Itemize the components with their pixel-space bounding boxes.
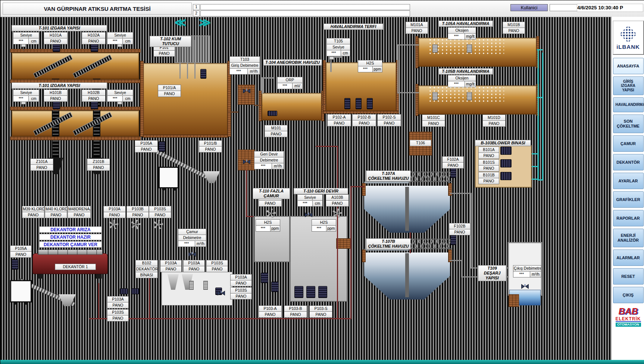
panel-label: P102-A xyxy=(327,114,351,120)
panel-oksijen-a[interactable]: Oksijen***mg/lt xyxy=(448,27,476,40)
pipe xyxy=(321,104,326,105)
title-t109: T109 DEŞARJ YAPISI xyxy=(478,265,506,281)
panel-b102[interactable]: B102DEKANTÖRBİNASI xyxy=(135,260,158,278)
panel-t106[interactable]: T106 xyxy=(410,140,431,146)
panel-p103s-4[interactable]: P103SPANO xyxy=(107,309,129,321)
header-input-1[interactable] xyxy=(200,4,410,10)
panel-seviye-1[interactable]: Seviye***cm xyxy=(13,32,39,44)
nav-dekantör[interactable]: DEKANTÖR xyxy=(613,154,644,170)
panel-label: B101B xyxy=(478,172,499,178)
panel-m48-drenaj[interactable]: M48DRENAJPANO xyxy=(68,206,91,218)
panel-p103a-1[interactable]: P103APANO xyxy=(103,206,126,218)
mixer-icon xyxy=(432,44,438,53)
panel-seviye-4[interactable]: Seviye***cm xyxy=(107,90,133,102)
nav-gi̇ri̇ş-izgara-yapisi[interactable]: GİRİŞ IZGARA YAPISI xyxy=(613,76,644,95)
panel-p103a-2[interactable]: P103APANO xyxy=(160,260,182,272)
bab-logo: BAB ELEKTRİK OTOMASYON xyxy=(616,307,641,327)
nav-grafi̇kler[interactable]: GRAFİKLER xyxy=(613,191,644,208)
panel-p105a-1[interactable]: P105APANO xyxy=(135,140,158,153)
panel-b101b[interactable]: B101BPANO xyxy=(478,172,499,184)
panel-label: P103A xyxy=(183,260,205,266)
panel-p103a-5[interactable]: P103APANO xyxy=(107,296,129,308)
nav-raporlar[interactable]: RAPORLAR xyxy=(613,210,644,226)
panel-t105[interactable]: T105Seviye***cm xyxy=(326,38,350,56)
nav-alarmlar[interactable]: ALARMLAR xyxy=(613,250,644,266)
valve-icon xyxy=(188,252,196,257)
panel-f102a[interactable]: F102APANO xyxy=(442,156,464,169)
panel-h2s-3[interactable]: H2S***ppm xyxy=(312,219,336,232)
panel-label: P105A xyxy=(10,245,32,252)
panel-p103s-3[interactable]: P103SPANO xyxy=(230,287,252,299)
panel-m101c[interactable]: M101CPANO xyxy=(422,114,445,127)
panel-p103-a[interactable]: P103-APANO xyxy=(259,305,282,318)
brick-wall xyxy=(140,61,144,137)
panel-seviye-2[interactable]: Seviye***cm xyxy=(107,32,133,44)
header-input-2[interactable] xyxy=(200,10,410,16)
pipe xyxy=(532,179,538,180)
panel-unit: mg/lt xyxy=(465,81,476,87)
panel-label: Seviye xyxy=(13,32,39,38)
panel-m101a[interactable]: M101APANO xyxy=(406,22,428,34)
panel-p105a-2[interactable]: P105APANO xyxy=(10,245,32,258)
motor-icon xyxy=(159,141,165,152)
panel-p103s-1[interactable]: P103SPANO xyxy=(149,206,171,218)
panel-p103-b[interactable]: P103-BPANO xyxy=(284,305,307,318)
pipe xyxy=(397,92,419,93)
panel-label: P103A xyxy=(103,206,126,212)
panel-p101a[interactable]: P101/APANO xyxy=(158,85,181,97)
brick-wall xyxy=(238,85,255,105)
nav-havalandirma[interactable]: HAVALANDIRMA xyxy=(613,97,644,112)
panel-camur-debimetre[interactable]: ÇamurDebimetre***m³/h xyxy=(178,229,206,247)
panel-m101d[interactable]: M101DPANO xyxy=(482,114,506,127)
panel-label: PANO xyxy=(158,91,181,97)
panel-oksijen-b[interactable]: Oksijen***mg/lt xyxy=(448,75,476,87)
panel-h102a[interactable]: H102APANO xyxy=(82,32,106,44)
panel-h2s-2[interactable]: H2S***ppm xyxy=(256,219,280,232)
panel-dekantor-1[interactable]: DEKANTÖR 1 xyxy=(55,264,96,270)
nav-son-çökeltme[interactable]: SON ÇÖKELTME xyxy=(613,114,644,133)
panel-cikis-debimetre[interactable]: Çıkış Debimetre***m³/h xyxy=(513,265,541,277)
brick-wall xyxy=(336,238,350,249)
nav-enerji̇-anali̇zör[interactable]: ENERJİ ANALİZÖR xyxy=(613,229,644,247)
panel-b101a[interactable]: B101APANO xyxy=(478,147,499,159)
panel-p103a-4[interactable]: P103APANO xyxy=(230,274,252,286)
nav-çikiş[interactable]: ÇIKIŞ xyxy=(613,287,644,303)
panel-seviye-3[interactable]: Seviye***cm xyxy=(13,90,39,102)
panel-z101a[interactable]: Z101APANO xyxy=(30,159,53,171)
nav-ayarlar[interactable]: AYARLAR xyxy=(613,173,644,189)
nav-anasayfa[interactable]: ANASAYFA xyxy=(613,58,644,74)
nav-reset[interactable]: RESET xyxy=(613,268,644,285)
panel-label: PANO xyxy=(68,212,91,218)
panel-geri-devir-debimetre[interactable]: Geri DevirDebimetre***m³/h xyxy=(254,151,284,169)
panel-h101b[interactable]: H101BPANO xyxy=(44,90,68,102)
panel-p102-s[interactable]: P102-SPANO xyxy=(377,114,401,126)
panel-orp[interactable]: ORP***mV xyxy=(277,77,303,89)
panel-h101a[interactable]: H101APANO xyxy=(44,32,68,44)
fan-icon xyxy=(153,220,163,229)
panel-b101s[interactable]: B101SPANO xyxy=(478,159,499,172)
panel-label: PANO xyxy=(442,162,464,169)
panel-p103b-1[interactable]: P103BPANO xyxy=(126,206,149,218)
panel-p102-a[interactable]: P102-APANO xyxy=(327,114,351,126)
panel-t103[interactable]: T103Giriş Debimetre***m³/h xyxy=(229,56,260,75)
panel-p101b[interactable]: P101/BPANO xyxy=(199,140,222,153)
kullanici-button[interactable]: Kullanici xyxy=(510,4,548,11)
panel-p103-s[interactable]: P103-SPANO xyxy=(309,305,332,318)
panel-h102b[interactable]: H102BPANO xyxy=(82,90,106,102)
panel-m101[interactable]: M101PANO xyxy=(265,125,288,137)
panel-h2s-1[interactable]: H2S***ppm xyxy=(358,60,382,72)
nav-çamur[interactable]: ÇAMUR xyxy=(613,135,644,152)
mixer-icon xyxy=(467,44,472,53)
panel-p103a-3[interactable]: P103APANO xyxy=(183,260,205,272)
panel-m39-klord[interactable]: M39 KLORDPANO xyxy=(22,206,44,218)
panel-m101b[interactable]: M101BPANO xyxy=(503,22,525,34)
panel-z101b[interactable]: Z101BPANO xyxy=(87,159,110,171)
user-input[interactable] xyxy=(550,4,578,11)
panel-seviye-5[interactable]: Seviye***cm xyxy=(297,194,323,207)
panel-a103b[interactable]: A103BPANO xyxy=(326,194,349,207)
panel-p103s-2[interactable]: P103SPANO xyxy=(206,260,228,272)
panel-m40-klord[interactable]: M40 KLORDPANO xyxy=(45,206,67,218)
panel-p102-b[interactable]: P102-BPANO xyxy=(352,114,376,126)
panel-label: T106 xyxy=(410,140,431,146)
panel-f102b[interactable]: F102BPANO xyxy=(449,223,471,235)
